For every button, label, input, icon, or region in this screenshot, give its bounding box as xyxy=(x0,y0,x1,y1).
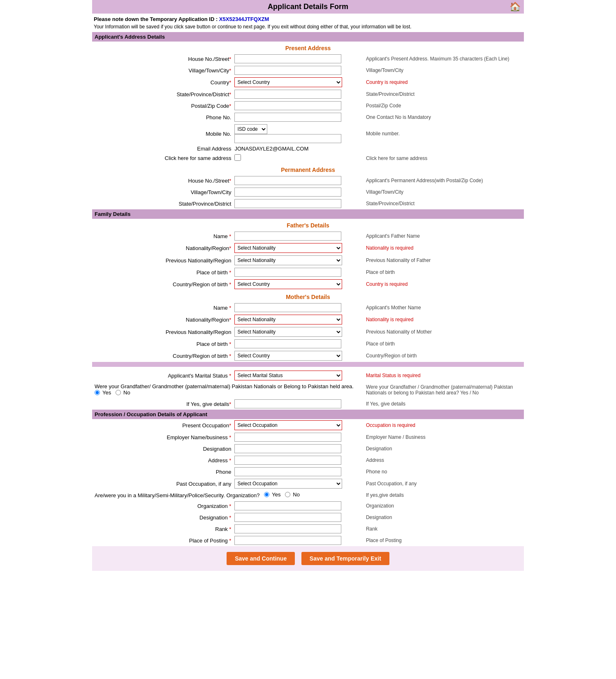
mother-place-birth-label: Place of birth * xyxy=(92,338,233,350)
country-select[interactable]: Select Country xyxy=(234,77,342,87)
past-occupation-label: Past Occupation, if any xyxy=(92,477,233,490)
mother-country-birth-select[interactable]: Select Country xyxy=(234,351,342,361)
place-posting-input[interactable] xyxy=(234,536,341,545)
present-occupation-row: Present Occupation* Select Occupation Oc… xyxy=(92,419,524,431)
military-cell: Are/were you in a Military/Semi-Military… xyxy=(92,490,364,500)
military-yes-radio[interactable] xyxy=(264,492,269,497)
perm-state-input[interactable] xyxy=(234,199,341,208)
mobile-label: Mobile No. xyxy=(92,123,233,144)
perm-village-input[interactable] xyxy=(234,188,341,197)
designation-input-cell xyxy=(233,443,364,454)
mother-prev-nationality-select[interactable]: Select Nationality xyxy=(234,327,342,337)
phone-input[interactable] xyxy=(234,113,341,122)
mother-nationality-hint: Nationality is required xyxy=(364,313,524,326)
address-input-cell xyxy=(233,454,364,466)
marital-status-hint: Marital Status is required xyxy=(364,369,524,382)
save-exit-button[interactable]: Save and Temporarily Exit xyxy=(301,552,389,565)
temp-id-label: Please note down the Temporary Applicati… xyxy=(94,16,218,22)
designation2-input[interactable] xyxy=(234,513,341,522)
save-continue-button[interactable]: Save and Continue xyxy=(227,552,295,565)
present-occupation-select[interactable]: Select Occupation xyxy=(234,420,342,430)
home-icon[interactable]: 🏠 xyxy=(509,2,521,12)
perm-house-hint: Applicant's Permanent Address(with Posta… xyxy=(364,175,524,186)
organization-input[interactable] xyxy=(234,501,341,510)
mobile-input-cell: ISD code xyxy=(233,123,364,144)
place-posting-label: Place of Posting * xyxy=(92,535,233,546)
father-place-birth-row: Place of birth * Place of birth xyxy=(92,267,524,278)
mother-nationality-input-cell: Select Nationality xyxy=(233,313,364,326)
occ-phone-label: Phone xyxy=(92,466,233,477)
divider-table xyxy=(92,362,524,367)
past-occupation-select[interactable]: Select Occupation xyxy=(234,479,342,489)
father-name-input[interactable] xyxy=(234,232,341,241)
designation2-row: Designation * Designation xyxy=(92,512,524,523)
perm-state-row: State/Province/District State/Province/D… xyxy=(92,198,524,209)
postal-input[interactable] xyxy=(234,101,341,110)
divider-row xyxy=(92,362,524,367)
mother-country-birth-row: Country/Region of birth * Select Country… xyxy=(92,350,524,362)
father-details-title: Father's Details xyxy=(92,219,524,230)
father-place-birth-input[interactable] xyxy=(234,268,341,277)
same-address-label: Click here for same address xyxy=(92,153,233,163)
occ-phone-row: Phone Phone no xyxy=(92,466,524,477)
postal-input-cell xyxy=(233,100,364,111)
village-input[interactable] xyxy=(234,66,341,75)
military-no-radio[interactable] xyxy=(285,492,290,497)
occ-phone-input[interactable] xyxy=(234,467,341,476)
mother-place-birth-input[interactable] xyxy=(234,339,341,348)
father-place-birth-input-cell xyxy=(233,267,364,278)
give-details-input[interactable] xyxy=(234,399,341,408)
perm-village-label: Village/Town/City xyxy=(92,186,233,198)
mobile-input[interactable] xyxy=(234,134,341,143)
perm-house-input-cell xyxy=(233,175,364,186)
mother-name-input-cell xyxy=(233,302,364,313)
email-value: JONASDAYLE2@GMAIL.COM xyxy=(234,146,308,152)
mother-prev-nationality-label: Previous Nationality/Region xyxy=(92,326,233,338)
father-country-birth-select[interactable]: Select Country xyxy=(234,279,342,289)
designation-label: Designation xyxy=(92,443,233,454)
rank-input[interactable] xyxy=(234,524,341,533)
state-input[interactable] xyxy=(234,90,341,99)
designation-input[interactable] xyxy=(234,444,341,453)
phone-label: Phone No. xyxy=(92,111,233,123)
past-occupation-row: Past Occupation, if any Select Occupatio… xyxy=(92,477,524,490)
grandfather-no-label: No xyxy=(116,389,130,396)
grandfather-row: Were your Grandfather/ Grandmother (pate… xyxy=(92,382,524,398)
designation2-hint: Designation xyxy=(364,512,524,523)
permanent-address-table: House No./Street* Applicant's Permanent … xyxy=(92,175,524,209)
perm-state-label: State/Province/District xyxy=(92,198,233,209)
address-row: Address * Address xyxy=(92,454,524,466)
marital-status-select[interactable]: Select Marital Status xyxy=(234,371,342,380)
country-error: Country is required xyxy=(364,76,524,88)
perm-house-label: House No./Street* xyxy=(92,175,233,186)
perm-house-input[interactable] xyxy=(234,176,341,185)
perm-state-hint: State/Province/District xyxy=(364,198,524,209)
place-posting-hint: Place of Posting xyxy=(364,535,524,546)
address-input[interactable] xyxy=(234,456,341,465)
mother-name-input[interactable] xyxy=(234,303,341,312)
present-occupation-hint: Occupation is required xyxy=(364,419,524,431)
father-details-table: Name * Applicant's Father Name Nationali… xyxy=(92,230,524,290)
village-label: Village/Town/City* xyxy=(92,65,233,76)
house-input[interactable] xyxy=(234,54,341,63)
same-address-checkbox[interactable] xyxy=(234,154,241,161)
postal-row: Postal/Zip Code* Postal/Zip Code xyxy=(92,100,524,111)
grandfather-no-radio[interactable] xyxy=(116,390,121,395)
perm-village-hint: Village/Town/City xyxy=(364,186,524,198)
house-row: House No./Street* Applicant's Present Ad… xyxy=(92,53,524,65)
father-prev-nationality-row: Previous Nationality/Region Select Natio… xyxy=(92,254,524,267)
mother-country-birth-hint: Country/Region of birth xyxy=(364,350,524,362)
grandfather-yes-radio[interactable] xyxy=(95,390,100,395)
father-prev-nationality-select[interactable]: Select Nationality xyxy=(234,255,342,265)
give-details-row: If Yes, give details* If Yes, give detai… xyxy=(92,398,524,410)
isd-select[interactable]: ISD code xyxy=(234,124,267,134)
father-nationality-label: Nationality/Region* xyxy=(92,242,233,254)
mother-nationality-select[interactable]: Select Nationality xyxy=(234,315,342,324)
mother-prev-nationality-hint: Previous Nationality of Mother xyxy=(364,326,524,338)
present-occupation-label: Present Occupation* xyxy=(92,419,233,431)
state-row: State/Province/District* State/Province/… xyxy=(92,88,524,100)
present-occupation-input-cell: Select Occupation xyxy=(233,419,364,431)
village-row: Village/Town/City* Village/Town/City xyxy=(92,65,524,76)
employer-input[interactable] xyxy=(234,433,341,442)
father-nationality-select[interactable]: Select Nationality xyxy=(234,243,342,253)
